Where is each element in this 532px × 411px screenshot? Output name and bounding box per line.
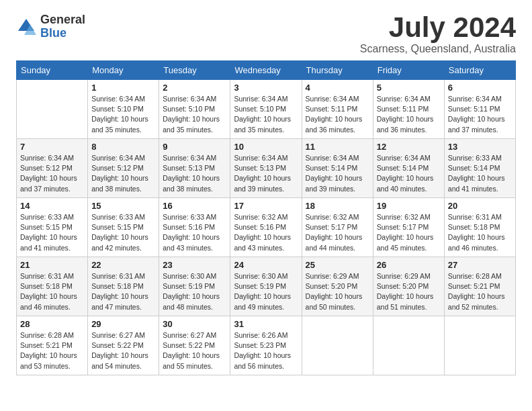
- cell-text: Sunrise: 6:27 AMSunset: 5:22 PMDaylight:…: [163, 330, 226, 371]
- day-number: 20: [448, 201, 512, 211]
- day-number: 13: [448, 142, 512, 152]
- cell-text: Sunrise: 6:26 AMSunset: 5:23 PMDaylight:…: [234, 330, 298, 371]
- cell-text: Sunrise: 6:31 AMSunset: 5:18 PMDaylight:…: [20, 271, 84, 312]
- calendar-day-header: Tuesday: [159, 61, 230, 80]
- cell-text: Sunrise: 6:34 AMSunset: 5:11 PMDaylight:…: [448, 94, 512, 135]
- cell-text: Sunrise: 6:29 AMSunset: 5:20 PMDaylight:…: [377, 271, 441, 312]
- page-header: General Blue July 2024 Scarness, Queensl…: [16, 13, 516, 55]
- cell-text: Sunrise: 6:28 AMSunset: 5:21 PMDaylight:…: [448, 271, 512, 312]
- cell-text: Sunrise: 6:34 AMSunset: 5:11 PMDaylight:…: [306, 94, 369, 135]
- day-number: 18: [306, 201, 369, 211]
- calendar-cell: 1Sunrise: 6:34 AMSunset: 5:10 PMDaylight…: [88, 80, 159, 139]
- day-number: 17: [234, 201, 298, 211]
- calendar-cell: 17Sunrise: 6:32 AMSunset: 5:16 PMDayligh…: [230, 198, 302, 257]
- logo-blue: Blue: [40, 27, 85, 40]
- logo: General Blue: [16, 13, 85, 40]
- calendar-cell: 8Sunrise: 6:34 AMSunset: 5:12 PMDaylight…: [88, 139, 159, 198]
- day-number: 12: [377, 142, 441, 152]
- day-number: 21: [20, 260, 84, 270]
- day-number: 11: [306, 142, 369, 152]
- logo-icon: [16, 17, 36, 37]
- cell-text: Sunrise: 6:32 AMSunset: 5:16 PMDaylight:…: [234, 212, 298, 253]
- cell-text: Sunrise: 6:34 AMSunset: 5:12 PMDaylight:…: [20, 153, 84, 194]
- cell-text: Sunrise: 6:32 AMSunset: 5:17 PMDaylight:…: [306, 212, 369, 253]
- cell-text: Sunrise: 6:34 AMSunset: 5:12 PMDaylight:…: [91, 153, 155, 194]
- cell-text: Sunrise: 6:33 AMSunset: 5:15 PMDaylight:…: [20, 212, 84, 253]
- calendar-week-row: 21Sunrise: 6:31 AMSunset: 5:18 PMDayligh…: [17, 257, 516, 316]
- calendar-cell: 30Sunrise: 6:27 AMSunset: 5:22 PMDayligh…: [159, 316, 230, 375]
- day-number: 23: [163, 260, 226, 270]
- calendar-cell: 31Sunrise: 6:26 AMSunset: 5:23 PMDayligh…: [230, 316, 302, 375]
- cell-text: Sunrise: 6:30 AMSunset: 5:19 PMDaylight:…: [163, 271, 226, 312]
- calendar-cell: 12Sunrise: 6:34 AMSunset: 5:14 PMDayligh…: [373, 139, 444, 198]
- title-block: July 2024 Scarness, Queensland, Australi…: [360, 13, 516, 55]
- day-number: 7: [20, 142, 84, 152]
- day-number: 5: [377, 83, 441, 93]
- logo-general: General: [40, 13, 85, 27]
- calendar-table: SundayMondayTuesdayWednesdayThursdayFrid…: [16, 60, 516, 375]
- day-number: 29: [91, 319, 155, 329]
- day-number: 2: [163, 83, 226, 93]
- calendar-cell: 16Sunrise: 6:33 AMSunset: 5:16 PMDayligh…: [159, 198, 230, 257]
- logo-text: General Blue: [40, 13, 85, 40]
- calendar-cell: 10Sunrise: 6:34 AMSunset: 5:13 PMDayligh…: [230, 139, 302, 198]
- day-number: 30: [163, 319, 226, 329]
- cell-text: Sunrise: 6:34 AMSunset: 5:11 PMDaylight:…: [377, 94, 441, 135]
- calendar-cell: 5Sunrise: 6:34 AMSunset: 5:11 PMDaylight…: [373, 80, 444, 139]
- calendar-cell: 9Sunrise: 6:34 AMSunset: 5:13 PMDaylight…: [159, 139, 230, 198]
- calendar-cell: 22Sunrise: 6:31 AMSunset: 5:18 PMDayligh…: [88, 257, 159, 316]
- day-number: 22: [91, 260, 155, 270]
- calendar-header-row: SundayMondayTuesdayWednesdayThursdayFrid…: [17, 61, 516, 80]
- cell-text: Sunrise: 6:33 AMSunset: 5:14 PMDaylight:…: [448, 153, 512, 194]
- calendar-cell: 29Sunrise: 6:27 AMSunset: 5:22 PMDayligh…: [88, 316, 159, 375]
- calendar-cell: 27Sunrise: 6:28 AMSunset: 5:21 PMDayligh…: [444, 257, 515, 316]
- cell-text: Sunrise: 6:34 AMSunset: 5:13 PMDaylight:…: [163, 153, 226, 194]
- calendar-cell: [17, 80, 88, 139]
- calendar-cell: [302, 316, 373, 375]
- calendar-cell: 6Sunrise: 6:34 AMSunset: 5:11 PMDaylight…: [444, 80, 515, 139]
- calendar-cell: [373, 316, 444, 375]
- calendar-week-row: 1Sunrise: 6:34 AMSunset: 5:10 PMDaylight…: [17, 80, 516, 139]
- day-number: 15: [91, 201, 155, 211]
- calendar-day-header: Saturday: [444, 61, 515, 80]
- calendar-cell: 21Sunrise: 6:31 AMSunset: 5:18 PMDayligh…: [17, 257, 88, 316]
- day-number: 4: [306, 83, 369, 93]
- calendar-week-row: 14Sunrise: 6:33 AMSunset: 5:15 PMDayligh…: [17, 198, 516, 257]
- day-number: 28: [20, 319, 84, 329]
- cell-text: Sunrise: 6:34 AMSunset: 5:13 PMDaylight:…: [234, 153, 298, 194]
- calendar-cell: 15Sunrise: 6:33 AMSunset: 5:15 PMDayligh…: [88, 198, 159, 257]
- calendar-day-header: Friday: [373, 61, 444, 80]
- calendar-cell: 7Sunrise: 6:34 AMSunset: 5:12 PMDaylight…: [17, 139, 88, 198]
- day-number: 14: [20, 201, 84, 211]
- day-number: 3: [234, 83, 298, 93]
- day-number: 6: [448, 83, 512, 93]
- cell-text: Sunrise: 6:34 AMSunset: 5:10 PMDaylight:…: [91, 94, 155, 135]
- calendar-cell: 13Sunrise: 6:33 AMSunset: 5:14 PMDayligh…: [444, 139, 515, 198]
- day-number: 16: [163, 201, 226, 211]
- day-number: 26: [377, 260, 441, 270]
- calendar-cell: 25Sunrise: 6:29 AMSunset: 5:20 PMDayligh…: [302, 257, 373, 316]
- calendar-day-header: Sunday: [17, 61, 88, 80]
- calendar-cell: 20Sunrise: 6:31 AMSunset: 5:18 PMDayligh…: [444, 198, 515, 257]
- calendar-cell: 14Sunrise: 6:33 AMSunset: 5:15 PMDayligh…: [17, 198, 88, 257]
- calendar-cell: [444, 316, 515, 375]
- calendar-cell: 24Sunrise: 6:30 AMSunset: 5:19 PMDayligh…: [230, 257, 302, 316]
- calendar-cell: 2Sunrise: 6:34 AMSunset: 5:10 PMDaylight…: [159, 80, 230, 139]
- calendar-cell: 18Sunrise: 6:32 AMSunset: 5:17 PMDayligh…: [302, 198, 373, 257]
- calendar-week-row: 7Sunrise: 6:34 AMSunset: 5:12 PMDaylight…: [17, 139, 516, 198]
- cell-text: Sunrise: 6:30 AMSunset: 5:19 PMDaylight:…: [234, 271, 298, 312]
- cell-text: Sunrise: 6:29 AMSunset: 5:20 PMDaylight:…: [306, 271, 369, 312]
- day-number: 8: [91, 142, 155, 152]
- calendar-cell: 3Sunrise: 6:34 AMSunset: 5:10 PMDaylight…: [230, 80, 302, 139]
- calendar-week-row: 28Sunrise: 6:28 AMSunset: 5:21 PMDayligh…: [17, 316, 516, 375]
- calendar-day-header: Monday: [88, 61, 159, 80]
- cell-text: Sunrise: 6:32 AMSunset: 5:17 PMDaylight:…: [377, 212, 441, 253]
- day-number: 31: [234, 319, 298, 329]
- cell-text: Sunrise: 6:27 AMSunset: 5:22 PMDaylight:…: [91, 330, 155, 371]
- cell-text: Sunrise: 6:33 AMSunset: 5:16 PMDaylight:…: [163, 212, 226, 253]
- calendar-cell: 23Sunrise: 6:30 AMSunset: 5:19 PMDayligh…: [159, 257, 230, 316]
- day-number: 1: [91, 83, 155, 93]
- calendar-cell: 28Sunrise: 6:28 AMSunset: 5:21 PMDayligh…: [17, 316, 88, 375]
- cell-text: Sunrise: 6:34 AMSunset: 5:10 PMDaylight:…: [234, 94, 298, 135]
- cell-text: Sunrise: 6:31 AMSunset: 5:18 PMDaylight:…: [448, 212, 512, 253]
